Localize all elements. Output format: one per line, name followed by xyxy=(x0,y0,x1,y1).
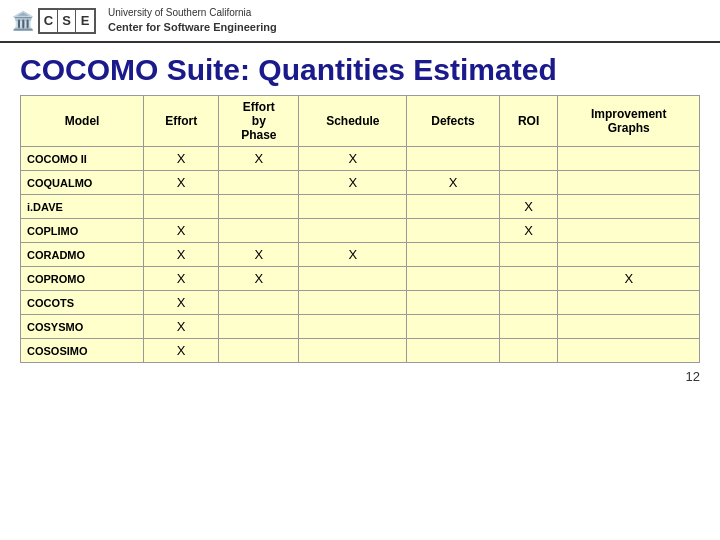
cell-defects-8 xyxy=(407,339,499,363)
cell-roi-1 xyxy=(499,171,558,195)
cell-schedule-0: X xyxy=(299,147,407,171)
cell-schedule-7 xyxy=(299,315,407,339)
cell-improvement-7 xyxy=(558,315,700,339)
table-row: i.DAVEX xyxy=(21,195,700,219)
cell-effort-5: X xyxy=(144,267,219,291)
cell-defects-5 xyxy=(407,267,499,291)
cell-roi-5 xyxy=(499,267,558,291)
table-header-row: Model Effort EffortbyPhase Schedule Defe… xyxy=(21,96,700,147)
cell-roi-6 xyxy=(499,291,558,315)
col-model: Model xyxy=(21,96,144,147)
table-row: COQUALMOXXX xyxy=(21,171,700,195)
cell-improvement-0 xyxy=(558,147,700,171)
cell-roi-2: X xyxy=(499,195,558,219)
page-number: 12 xyxy=(0,363,720,390)
table-row: COPLIMOXX xyxy=(21,219,700,243)
cell-defects-1: X xyxy=(407,171,499,195)
header: 🏛️ C S E University of Southern Californ… xyxy=(0,0,720,43)
cell-schedule-4: X xyxy=(299,243,407,267)
cell-effort_phase-1 xyxy=(219,171,299,195)
cell-effort-0: X xyxy=(144,147,219,171)
cell-improvement-6 xyxy=(558,291,700,315)
cell-model-4: CORADMO xyxy=(21,243,144,267)
university-line1: University of Southern California xyxy=(108,6,277,20)
cell-effort-7: X xyxy=(144,315,219,339)
cell-effort_phase-4: X xyxy=(219,243,299,267)
table-row: COSOSIMOX xyxy=(21,339,700,363)
cell-roi-7 xyxy=(499,315,558,339)
page-title: COCOMO Suite: Quantities Estimated xyxy=(0,43,720,95)
col-schedule: Schedule xyxy=(299,96,407,147)
cell-defects-0 xyxy=(407,147,499,171)
cell-model-3: COPLIMO xyxy=(21,219,144,243)
col-improvement: ImprovementGraphs xyxy=(558,96,700,147)
cell-effort-2 xyxy=(144,195,219,219)
table-row: COPROMOXXX xyxy=(21,267,700,291)
cell-roi-4 xyxy=(499,243,558,267)
logo-e: E xyxy=(76,10,94,32)
cell-roi-0 xyxy=(499,147,558,171)
table-container: Model Effort EffortbyPhase Schedule Defe… xyxy=(0,95,720,363)
cell-model-6: COCOTS xyxy=(21,291,144,315)
logo-c: C xyxy=(40,10,58,32)
cell-effort_phase-3 xyxy=(219,219,299,243)
cell-improvement-8 xyxy=(558,339,700,363)
logo-letters: C S E xyxy=(38,8,96,34)
logo-s: S xyxy=(58,10,76,32)
col-effort-phase: EffortbyPhase xyxy=(219,96,299,147)
cell-defects-2 xyxy=(407,195,499,219)
table-row: COCOTSX xyxy=(21,291,700,315)
cell-roi-8 xyxy=(499,339,558,363)
col-roi: ROI xyxy=(499,96,558,147)
university-line2: Center for Software Engineering xyxy=(108,20,277,35)
cell-effort_phase-2 xyxy=(219,195,299,219)
cell-effort_phase-5: X xyxy=(219,267,299,291)
col-effort: Effort xyxy=(144,96,219,147)
cell-improvement-5: X xyxy=(558,267,700,291)
table-row: CORADMOXXX xyxy=(21,243,700,267)
header-text: University of Southern California Center… xyxy=(108,6,277,35)
cell-model-5: COPROMO xyxy=(21,267,144,291)
cell-improvement-1 xyxy=(558,171,700,195)
cell-effort-1: X xyxy=(144,171,219,195)
cell-defects-3 xyxy=(407,219,499,243)
cell-model-0: COCOMO II xyxy=(21,147,144,171)
table-row: COCOMO IIXXX xyxy=(21,147,700,171)
logo-icon: 🏛️ xyxy=(12,10,34,32)
cell-schedule-6 xyxy=(299,291,407,315)
cell-effort-3: X xyxy=(144,219,219,243)
cell-model-2: i.DAVE xyxy=(21,195,144,219)
cell-effort_phase-6 xyxy=(219,291,299,315)
cell-roi-3: X xyxy=(499,219,558,243)
cell-improvement-2 xyxy=(558,195,700,219)
cell-effort_phase-7 xyxy=(219,315,299,339)
cell-model-1: COQUALMO xyxy=(21,171,144,195)
cell-effort_phase-0: X xyxy=(219,147,299,171)
cell-defects-7 xyxy=(407,315,499,339)
cell-improvement-4 xyxy=(558,243,700,267)
cell-model-7: COSYSMO xyxy=(21,315,144,339)
col-defects: Defects xyxy=(407,96,499,147)
quantities-table: Model Effort EffortbyPhase Schedule Defe… xyxy=(20,95,700,363)
cell-model-8: COSOSIMO xyxy=(21,339,144,363)
cell-schedule-3 xyxy=(299,219,407,243)
table-row: COSYSMOX xyxy=(21,315,700,339)
cell-effort_phase-8 xyxy=(219,339,299,363)
cell-defects-6 xyxy=(407,291,499,315)
cell-effort-6: X xyxy=(144,291,219,315)
logo: 🏛️ C S E xyxy=(12,8,96,34)
cell-schedule-5 xyxy=(299,267,407,291)
cell-schedule-8 xyxy=(299,339,407,363)
cell-effort-4: X xyxy=(144,243,219,267)
cell-schedule-2 xyxy=(299,195,407,219)
cell-effort-8: X xyxy=(144,339,219,363)
cell-schedule-1: X xyxy=(299,171,407,195)
cell-defects-4 xyxy=(407,243,499,267)
cell-improvement-3 xyxy=(558,219,700,243)
